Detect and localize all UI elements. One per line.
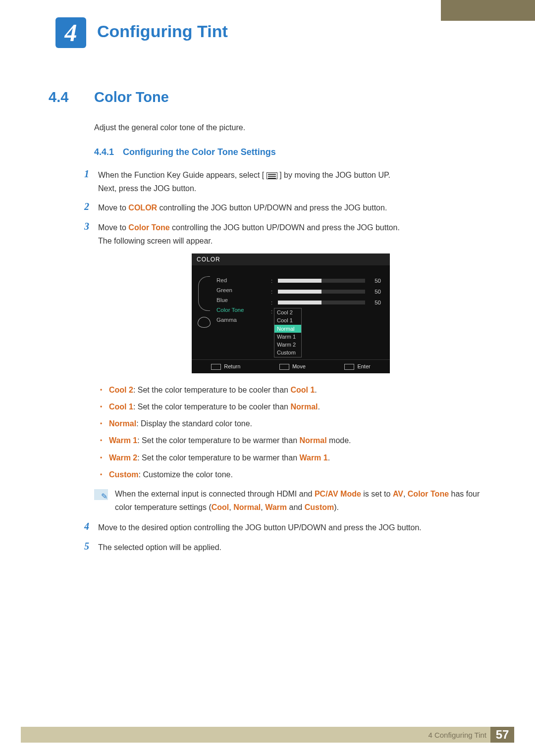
section-number: 4.4 — [49, 89, 78, 105]
osd-option: Warm 2 — [274, 341, 301, 349]
footer-chapter-ref: 4 Configuring Tint — [428, 731, 490, 739]
top-accent-bar — [441, 0, 535, 21]
bullet-warm2: Warm 2: Set the color temperature to be … — [100, 451, 487, 464]
subsection-number: 4.4.1 — [94, 147, 114, 157]
osd-item-color-tone: Color Tone — [216, 305, 271, 315]
osd-item-gamma: Gamma — [216, 315, 271, 325]
step-3: 3 Move to Color Tone controlling the JOG… — [80, 221, 487, 248]
step-number: 4 — [80, 521, 89, 532]
section-intro: Adjust the general color tone of the pic… — [94, 123, 487, 132]
bullet-cool2: Cool 2: Set the color temperature to be … — [100, 383, 487, 397]
osd-color-tone-options: Cool 2 Cool 1 Normal Warm 1 Warm 2 Custo… — [274, 308, 302, 357]
osd-option: Custom — [274, 349, 301, 356]
osd-option: Warm 1 — [274, 333, 301, 341]
osd-arc-decoration — [198, 276, 210, 311]
slider-blue: :50 — [271, 297, 381, 308]
step-5: 5 The selected option will be applied. — [80, 541, 487, 554]
note-pencil-icon — [94, 489, 108, 500]
osd-footer-enter: Enter — [344, 363, 370, 370]
step-number: 1 — [80, 168, 89, 180]
osd-item-green: Green — [216, 285, 271, 295]
bullet-normal: Normal: Display the standard color tone. — [100, 417, 487, 430]
bullet-custom: Custom: Customize the color tone. — [100, 468, 487, 481]
step-number: 5 — [80, 541, 89, 552]
step-number: 3 — [80, 221, 89, 232]
step-2: 2 Move to COLOR controlling the JOG butt… — [80, 201, 487, 214]
chapter-number-badge: 4 — [55, 17, 86, 48]
page-number: 57 — [490, 727, 514, 743]
chapter-title: Configuring Tint — [97, 22, 228, 41]
slider-green: :50 — [271, 286, 381, 297]
osd-footer-move: Move — [279, 363, 306, 370]
osd-option: Cool 2 — [274, 308, 301, 316]
palette-icon — [198, 317, 211, 328]
step-1: 1 When the Function Key Guide appears, s… — [80, 168, 487, 195]
menu-grid-icon — [267, 172, 277, 179]
note-block: When the external input is connected thr… — [94, 487, 487, 514]
osd-color-menu: COLOR Red Green Blue Color Tone Gamma :5… — [192, 253, 390, 373]
osd-item-blue: Blue — [216, 295, 271, 305]
bullet-warm1: Warm 1: Set the color temperature to be … — [100, 434, 487, 447]
step-number: 2 — [80, 201, 89, 212]
osd-header: COLOR — [192, 253, 390, 265]
page-footer: 4 Configuring Tint 57 — [21, 727, 514, 743]
osd-option: Cool 1 — [274, 316, 301, 324]
chapter-number: 4 — [65, 18, 77, 47]
osd-item-red: Red — [216, 275, 271, 285]
osd-footer-return: Return — [211, 363, 240, 370]
subsection-title: Configuring the Color Tone Settings — [123, 147, 276, 157]
step-4: 4 Move to the desired option controlling… — [80, 521, 487, 534]
section-title: Color Tone — [94, 89, 169, 105]
bullet-cool1: Cool 1: Set the color temperature to be … — [100, 400, 487, 413]
osd-option-selected: Normal — [274, 325, 301, 333]
slider-red: :50 — [271, 275, 381, 286]
